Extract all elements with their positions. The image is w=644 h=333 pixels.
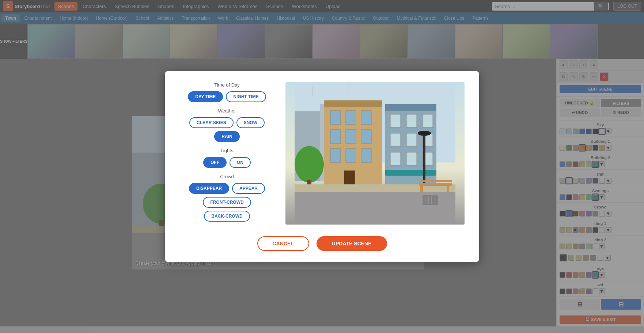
- svg-rect-61: [390, 114, 401, 127]
- preview-svg: [285, 82, 465, 225]
- time-of-day-label: Time of Day: [179, 82, 274, 88]
- clear-skies-button[interactable]: CLEAR SKIES: [189, 117, 234, 128]
- weather-label: Weather: [179, 108, 274, 114]
- svg-rect-47: [324, 100, 382, 107]
- svg-point-74: [418, 131, 431, 136]
- day-time-button[interactable]: DAY TIME: [188, 91, 223, 102]
- night-time-button[interactable]: NIGHT TIME: [226, 91, 266, 102]
- back-crowd-button[interactable]: BACK-CROWD: [204, 211, 250, 222]
- svg-rect-77: [419, 183, 452, 186]
- rain-button[interactable]: RAIN: [214, 131, 239, 142]
- time-of-day-group: DAY TIME NIGHT TIME: [179, 91, 274, 102]
- lights-on-button[interactable]: ON: [230, 157, 251, 168]
- svg-rect-60: [385, 170, 436, 176]
- svg-rect-48: [330, 111, 341, 125]
- svg-rect-53: [361, 130, 371, 143]
- lights-off-button[interactable]: OFF: [203, 157, 227, 168]
- svg-rect-56: [361, 149, 371, 162]
- svg-rect-57: [344, 171, 355, 184]
- snow-button[interactable]: SNOW: [236, 117, 265, 128]
- modal-body: Time of Day DAY TIME NIGHT TIME Weather …: [179, 82, 465, 227]
- crowd-group: DISAPPEAR APPEAR FRONT-CROWD BACK-CROWD: [179, 183, 274, 222]
- lights-group: OFF ON: [179, 157, 274, 168]
- svg-rect-65: [406, 133, 417, 146]
- modal-preview: [285, 82, 465, 227]
- disappear-button[interactable]: DISAPPEAR: [189, 183, 229, 194]
- svg-rect-67: [390, 152, 401, 165]
- modal-footer: CANCEL UPDATE SCENE: [179, 236, 465, 251]
- appear-button[interactable]: APPEAR: [232, 183, 265, 194]
- front-crowd-button[interactable]: FRONT-CROWD: [203, 197, 251, 208]
- svg-rect-51: [330, 130, 341, 143]
- svg-rect-68: [406, 152, 417, 165]
- modal-overlay: Time of Day DAY TIME NIGHT TIME Weather …: [0, 0, 644, 333]
- svg-rect-75: [295, 190, 455, 225]
- lights-label: Lights: [179, 148, 274, 153]
- crowd-modal-label: Crowd: [179, 174, 274, 179]
- svg-rect-79: [420, 186, 423, 192]
- svg-rect-49: [346, 111, 356, 125]
- svg-rect-54: [330, 149, 341, 162]
- svg-rect-78: [419, 180, 452, 182]
- svg-rect-50: [361, 111, 371, 125]
- modal-controls: Time of Day DAY TIME NIGHT TIME Weather …: [179, 82, 274, 227]
- cancel-button[interactable]: CANCEL: [257, 236, 309, 251]
- svg-rect-55: [346, 149, 356, 162]
- svg-rect-52: [346, 130, 356, 143]
- svg-rect-80: [447, 186, 449, 192]
- svg-point-71: [295, 146, 324, 183]
- scene-settings-modal: Time of Day DAY TIME NIGHT TIME Weather …: [165, 71, 479, 262]
- preview-image: [285, 82, 465, 225]
- svg-rect-59: [385, 104, 436, 111]
- weather-group: CLEAR SKIES SNOW RAIN: [179, 117, 274, 142]
- svg-rect-64: [390, 133, 401, 146]
- svg-rect-63: [423, 114, 433, 127]
- update-scene-button[interactable]: UPDATE SCENE: [317, 236, 387, 251]
- svg-rect-62: [406, 114, 417, 127]
